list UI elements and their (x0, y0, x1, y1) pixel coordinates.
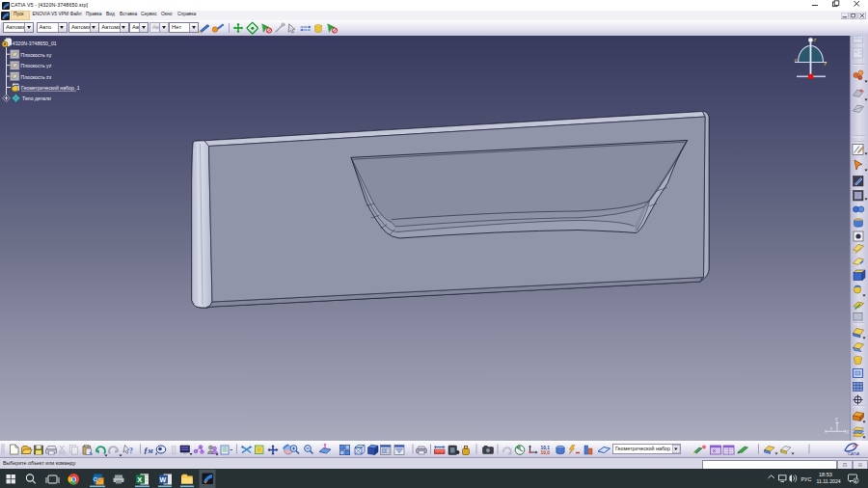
svg-text:10,1: 10,1 (541, 446, 551, 450)
svg-text:Геометрический набор .1: Геометрический набор .1 (21, 85, 80, 91)
svg-text:18:53: 18:53 (819, 472, 832, 477)
svg-text:y: y (847, 428, 850, 434)
svg-text:x: x (794, 57, 798, 63)
svg-text:W: W (160, 476, 167, 483)
svg-text:z: z (813, 37, 817, 42)
svg-text:4320N-3748650_01: 4320N-3748650_01 (13, 41, 57, 46)
svg-text:Геометрический набор .1: Геометрический набор .1 (615, 446, 676, 451)
svg-text:РУС: РУС (801, 476, 812, 482)
svg-text:10,0: 10,0 (541, 450, 551, 455)
svg-text:x: x (830, 425, 833, 431)
svg-text:y: y (824, 60, 828, 66)
svg-text:CATIA: CATIA (848, 451, 859, 456)
svg-text:Плоскость xy: Плоскость xy (21, 52, 52, 58)
svg-text:z: z (835, 416, 838, 421)
svg-text:?: ? (129, 447, 133, 455)
svg-text:Тело детали: Тело детали (22, 95, 51, 101)
svg-text:O: O (94, 476, 98, 482)
svg-text:ƒM: ƒM (144, 446, 153, 455)
svg-text:Плоскость yz: Плоскость yz (21, 63, 52, 68)
svg-text:11.11.2024: 11.11.2024 (817, 478, 841, 484)
svg-text:Плоскость zx: Плоскость zx (21, 74, 52, 80)
svg-text:X: X (137, 475, 142, 484)
